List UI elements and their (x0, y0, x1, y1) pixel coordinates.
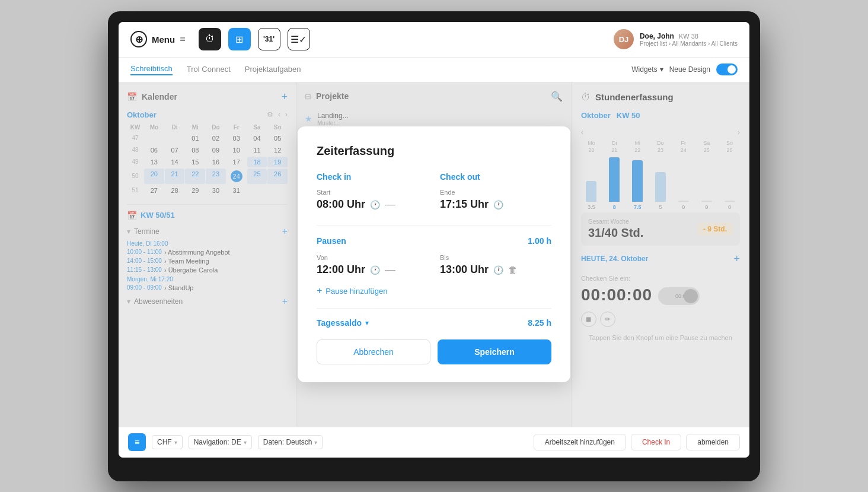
checklist-btn[interactable]: ☰✓ (288, 28, 310, 50)
ende-label: Ende (440, 189, 551, 196)
user-breadcrumb: Project list › All Mandants › All Client… (640, 40, 738, 47)
modal-title: Zeiterfassung (317, 144, 551, 158)
modal-buttons: Abbrechen Speichern (317, 339, 551, 364)
bis-col: Bis 13:00 Uhr 🕐 🗑 (440, 254, 551, 276)
checkout-label: Check out (440, 172, 551, 182)
bis-label: Bis (440, 254, 551, 261)
top-nav: ⊕ Menu ≡ ⏱ ⊞ '31' ☰✓ DJ Doe, John KW 38 … (119, 22, 749, 58)
hamburger-icon[interactable]: ≡ (180, 34, 185, 45)
navigation-select[interactable]: Navigation: DE ▾ (189, 435, 252, 449)
von-label: Von (317, 254, 428, 261)
sub-nav-right: Widgets ▾ Neue Design (631, 64, 738, 75)
pausen-row: Pausen 1.00 h (317, 236, 551, 246)
avatar: DJ (614, 29, 634, 49)
bottom-bar: ≡ CHF ▾ Navigation: DE ▾ Daten: Deutsch … (119, 427, 749, 458)
ende-clock-icon: 🕐 (493, 200, 503, 210)
calendar-btn[interactable]: '31' (258, 28, 280, 50)
time-dash-1: — (385, 198, 395, 211)
user-kw: KW 38 (679, 33, 698, 40)
neue-design-toggle[interactable] (716, 64, 738, 75)
navigation-label: Navigation: DE (194, 438, 241, 446)
bottom-logo-icon[interactable]: ≡ (128, 433, 146, 451)
speichern-button[interactable]: Speichern (438, 339, 551, 364)
divider-1 (317, 225, 551, 226)
sub-nav: Schreibtisch Trol Connect Projektaufgabe… (119, 58, 749, 82)
start-value[interactable]: 08:00 Uhr (317, 198, 365, 211)
abmelden-btn[interactable]: abmelden (686, 434, 740, 450)
ende-value[interactable]: 17:15 Uhr (440, 198, 489, 211)
pausen-cols: Von 12:00 Uhr 🕐 — Bis 13:00 Uhr 🕐 🗑 (317, 254, 551, 276)
tagessaldo-value: 8.25 h (528, 318, 551, 328)
checkin-btn[interactable]: Check In (631, 434, 681, 450)
tages-row: Tagessaldo ▾ 8.25 h (317, 318, 551, 328)
pause-add-icon: + (317, 285, 322, 296)
daten-label: Daten: Deutsch (263, 438, 312, 446)
bis-clock-icon: 🕐 (493, 265, 503, 275)
daten-arrow: ▾ (314, 439, 317, 446)
pause-add-row[interactable]: + Pause hinzufügen (317, 285, 551, 296)
widgets-btn[interactable]: Widgets ▾ (631, 65, 663, 74)
main-content: 📅 Kalender + Oktober ⚙ ‹ › KW Mo Di M (119, 82, 749, 427)
subnav-trolconnect[interactable]: Trol Connect (187, 65, 231, 75)
daten-select[interactable]: Daten: Deutsch ▾ (258, 435, 323, 449)
grid-btn[interactable]: ⊞ (228, 28, 251, 50)
time-dash-2: — (385, 264, 395, 276)
ende-row: 17:15 Uhr 🕐 (440, 198, 551, 211)
currency-arrow: ▾ (174, 439, 177, 446)
menu-label: Menu (152, 34, 175, 45)
modal-time-cols: Check in Start 08:00 Uhr 🕐 — Check out E… (317, 172, 551, 211)
bis-row: 13:00 Uhr 🕐 🗑 (440, 264, 551, 276)
von-row: 12:00 Uhr 🕐 — (317, 264, 428, 276)
tages-chevron-icon[interactable]: ▾ (365, 319, 369, 327)
tages-label-area: Tagessaldo ▾ (317, 318, 369, 328)
checkout-col: Check out Ende 17:15 Uhr 🕐 (440, 172, 551, 211)
logo-icon: ⊕ (130, 31, 147, 47)
chevron-down-icon: ▾ (660, 65, 663, 74)
user-info: Doe, John KW 38 Project list › All Manda… (640, 32, 738, 47)
neue-design-label: Neue Design (669, 65, 710, 74)
von-value[interactable]: 12:00 Uhr (317, 264, 365, 276)
pause-add-label: Pause hinzufügen (326, 287, 387, 296)
bottom-right: Arbeitszeit hinzufügen Check In abmelden (534, 434, 740, 450)
pausen-value: 1.00 h (528, 236, 551, 246)
currency-label: CHF (157, 438, 172, 446)
start-row: 08:00 Uhr 🕐 — (317, 198, 428, 211)
abbrechen-button[interactable]: Abbrechen (317, 339, 430, 364)
clock-btn[interactable]: ⏱ (199, 28, 221, 50)
arbeitszeit-btn[interactable]: Arbeitszeit hinzufügen (534, 434, 626, 450)
tagessaldo-label: Tagessaldo (317, 318, 362, 328)
user-name: Doe, John (640, 32, 674, 40)
zeiterfassung-modal: Zeiterfassung Check in Start 08:00 Uhr 🕐… (298, 126, 570, 382)
von-clock-icon: 🕐 (370, 265, 380, 275)
checkin-col: Check in Start 08:00 Uhr 🕐 — (317, 172, 428, 211)
start-label: Start (317, 189, 428, 196)
pause-delete-btn[interactable]: 🗑 (508, 265, 518, 275)
currency-select[interactable]: CHF ▾ (152, 435, 183, 449)
modal-overlay: Zeiterfassung Check in Start 08:00 Uhr 🕐… (119, 82, 749, 427)
checkin-label: Check in (317, 172, 428, 182)
von-col: Von 12:00 Uhr 🕐 — (317, 254, 428, 276)
navigation-arrow: ▾ (244, 439, 247, 446)
subnav-projektaufgaben[interactable]: Projektaufgaben (245, 65, 301, 75)
logo-area: ⊕ Menu ≡ (130, 31, 186, 47)
bis-value[interactable]: 13:00 Uhr (440, 264, 489, 276)
pausen-label: Pausen (317, 236, 346, 246)
start-clock-icon: 🕐 (370, 200, 380, 210)
user-area: DJ Doe, John KW 38 Project list › All Ma… (614, 29, 738, 49)
subnav-schreibtisch[interactable]: Schreibtisch (130, 64, 173, 75)
divider-2 (317, 308, 551, 309)
